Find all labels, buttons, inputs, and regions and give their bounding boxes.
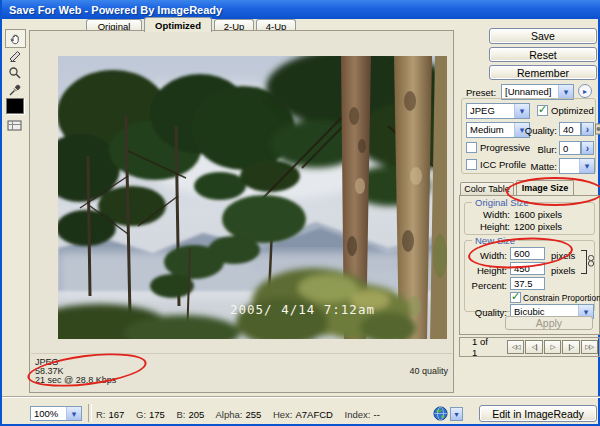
original-height-value: 1200 pixels [514,221,562,232]
percent-label: Percent: [467,280,507,291]
format-select[interactable]: JPEG ▾ [466,103,530,119]
link-chain-icon [587,255,595,267]
icc-profile-checkbox[interactable] [466,159,477,170]
apply-label: Apply [536,317,562,329]
nav-play-icon: ▷ [550,343,554,351]
flyout-arrow-icon: ▸ [583,87,587,96]
nav-prev-button[interactable]: ◁| [525,340,542,354]
r-value: 167 [109,409,125,420]
blur-slider-button[interactable]: › [581,141,594,155]
eyedropper-tool[interactable] [5,81,24,98]
checkmark-icon: ✓ [538,105,547,113]
optimized-label: Optimized [551,105,594,116]
tab-optimized[interactable]: Optimized [144,17,212,32]
remember-label: Remember [517,67,569,79]
reset-button[interactable]: Reset [489,47,597,62]
g-value: 175 [149,409,165,420]
nav-first-button[interactable]: ◁◁ [507,340,524,354]
checkmark-icon: ✓ [511,292,520,300]
zoom-tool[interactable] [5,64,24,81]
blur-value: 0 [563,143,568,154]
preset-value: [Unnamed] [502,85,558,99]
quality-value: 40 [563,124,574,135]
original-height-label: Height: [470,221,510,232]
nav-prev-icon: ◁| [532,343,537,351]
optimized-preview-panel: 2005/ 4/14 7:12am JPEG 58.37K 21 sec @ 2… [29,30,454,393]
dropdown-icon: ▾ [66,407,81,420]
hex-label: Hex: [273,409,293,420]
slice-select-tool[interactable] [5,47,24,64]
nav-next-button[interactable]: |▷ [562,340,579,354]
quality-slider-button[interactable]: › [581,122,594,136]
matte-label: Matte: [518,161,557,172]
hex-value: A7AFCD [295,409,332,420]
annotation-ellipse-image-size-tab [506,177,600,206]
original-size-group: Original Size Width: 1600 pixels Height:… [464,202,595,235]
hand-tool[interactable] [5,29,26,48]
preview-nav-bar: 1 of 1 ◁◁ ◁| ▷ |▷ ▷▷ [459,337,600,357]
matte-value [560,159,579,173]
nav-last-icon: ▷▷ [585,343,593,351]
window-title: Save For Web - Powered By ImageReady [9,4,222,16]
color-table-label: Color Table [464,184,509,194]
zoom-level-value: 100% [31,407,66,420]
statusbar: 100% ▾ R:167 G:175 B:205 Alpha:255 Hex:A… [2,396,600,425]
save-button[interactable]: Save [489,28,597,44]
preset-flyout-button[interactable]: ▸ [578,84,592,98]
g-label: G: [136,409,146,420]
nav-next-icon: |▷ [569,343,574,351]
optimized-checkbox[interactable]: ✓ [537,105,548,116]
preview-quality-note: 40 quality [409,367,448,376]
original-width-label: Width: [470,209,510,220]
quality-label: Quality: [518,125,557,136]
progressive-checkbox[interactable] [466,142,477,153]
alpha-label: Alpha: [216,409,243,420]
save-for-web-dialog: Save For Web - Powered By ImageReady Ori… [0,0,600,426]
remember-button[interactable]: Remember [489,65,597,80]
edit-in-imageready-button[interactable]: Edit in ImageReady [479,405,597,422]
b-label: B: [177,409,186,420]
original-width-value: 1600 pixels [514,209,562,220]
resample-quality-label: Quality: [467,307,507,318]
b-value: 205 [189,409,205,420]
statusbar-divider [88,404,92,422]
eyedropper-icon [8,83,22,97]
matte-select[interactable]: ▾ [559,158,595,174]
quality-channel-button[interactable] [595,123,600,135]
slice-knife-icon [8,49,22,63]
hand-icon [9,32,23,46]
nav-last-button[interactable]: ▷▷ [581,340,598,354]
photo-timestamp: 2005/ 4/14 7:12am [230,302,375,317]
color-readout: R:167 G:175 B:205 Alpha:255 Hex:A7AFCD I… [96,409,389,420]
slices-visibility-icon [7,120,22,131]
preset-label: Preset: [466,87,496,98]
nav-play-button[interactable]: ▷ [544,340,561,354]
quality-input[interactable]: 40 [559,122,581,136]
browser-select-button[interactable]: ▾ [450,407,463,421]
save-label: Save [531,30,555,42]
browser-globe-icon [433,406,448,421]
zoom-level-select[interactable]: 100% ▾ [30,406,82,421]
alpha-value: 255 [245,409,261,420]
blur-input[interactable]: 0 [559,141,581,155]
eyedropper-color-swatch[interactable] [6,98,24,114]
format-value: JPEG [467,104,514,118]
dropdown-icon: ▾ [558,85,573,99]
percent-value: 37.5 [514,278,533,289]
magnifier-icon [8,66,22,80]
index-label: Index: [345,409,371,420]
percent-input[interactable]: 37.5 [510,277,545,290]
preview-in-browser-button[interactable] [433,406,449,422]
constrain-checkbox[interactable]: ✓ [510,292,521,303]
toggle-slices-visibility[interactable] [5,117,24,134]
titlebar[interactable]: Save For Web - Powered By ImageReady [2,0,600,19]
index-value: -- [374,409,380,420]
reset-label: Reset [529,49,556,61]
page-indicator: 1 of 1 [472,336,495,358]
blur-label: Blur: [518,144,557,155]
nav-first-icon: ◁◁ [512,343,520,351]
r-label: R: [96,409,106,420]
tab-optimized-label: Optimized [155,20,201,31]
apply-button[interactable]: Apply [505,316,593,330]
optimized-preview-image[interactable]: 2005/ 4/14 7:12am [58,56,447,339]
